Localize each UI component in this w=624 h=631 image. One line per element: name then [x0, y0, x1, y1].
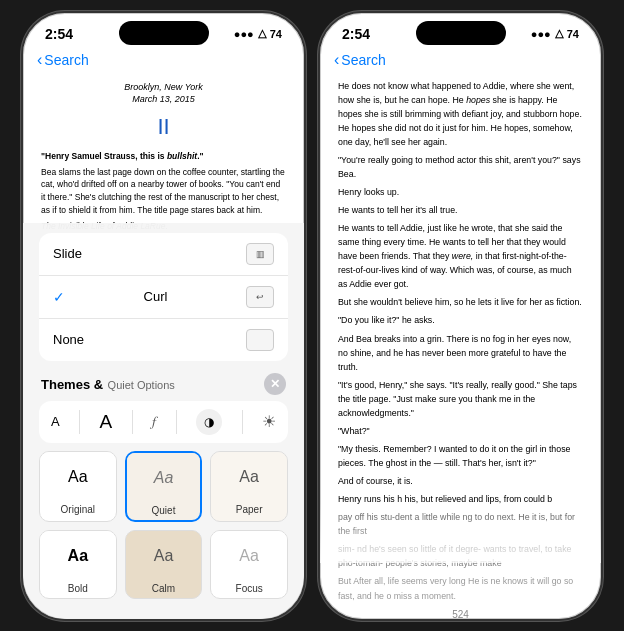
theme-label-quiet: Quiet — [127, 503, 201, 520]
bottom-panel-left: Slide ▥ ✓ Curl ↩ None — [23, 223, 304, 619]
font-separator-1 — [79, 410, 80, 434]
back-button-left[interactable]: ‹ Search — [37, 51, 89, 69]
transition-curl[interactable]: ✓ Curl ↩ — [39, 276, 288, 319]
transition-options: Slide ▥ ✓ Curl ↩ None — [39, 233, 288, 361]
theme-card-quiet[interactable]: Aa Quiet — [125, 451, 203, 522]
theme-label-original: Original — [40, 502, 116, 519]
font-separator-2 — [132, 410, 133, 434]
book-content-right: He does not know what happened to Addie,… — [320, 73, 601, 603]
none-icon — [246, 329, 274, 351]
back-arrow-left: ‹ — [37, 51, 42, 69]
status-icons-left: ●●● △ 74 — [234, 27, 282, 40]
theme-label-focus: Focus — [211, 581, 287, 598]
theme-card-original[interactable]: Aa Original — [39, 451, 117, 522]
theme-card-bold[interactable]: Aa Bold — [39, 530, 117, 599]
font-separator-4 — [242, 410, 243, 434]
theme-card-calm[interactable]: Aa Calm — [125, 530, 203, 599]
time-left: 2:54 — [45, 26, 73, 42]
theme-preview-calm: Aa — [126, 531, 202, 581]
curl-icon: ↩ — [246, 286, 274, 308]
back-button-right[interactable]: ‹ Search — [334, 51, 386, 69]
themes-grid: Aa Original Aa Quiet Aa Paper Aa Bold Aa — [39, 451, 288, 599]
font-size-small-label: A — [51, 414, 60, 429]
theme-label-calm: Calm — [126, 581, 202, 598]
font-controls: A A 𝑓 ◑ ☀ — [39, 401, 288, 443]
theme-preview-original: Aa — [40, 452, 116, 502]
status-icons-right: ●●● △ 74 — [531, 27, 579, 40]
battery-left: 74 — [270, 28, 282, 40]
time-right: 2:54 — [342, 26, 370, 42]
nav-bar-right: ‹ Search — [320, 49, 601, 73]
font-separator-3 — [176, 410, 177, 434]
brightness-icon: ☀ — [262, 412, 276, 431]
theme-preview-focus: Aa — [211, 531, 287, 581]
theme-preview-bold: Aa — [40, 531, 116, 581]
theme-card-focus[interactable]: Aa Focus — [210, 530, 288, 599]
nav-bar-left: ‹ Search — [23, 49, 304, 73]
theme-label-bold: Bold — [40, 581, 116, 598]
battery-right: 74 — [567, 28, 579, 40]
theme-label-paper: Paper — [211, 502, 287, 519]
themes-close-button[interactable]: ✕ — [264, 373, 286, 395]
phones-container: 2:54 ●●● △ 74 ‹ Search Brooklyn, New Yor… — [21, 11, 603, 621]
themes-label: Themes & Quiet Options — [41, 375, 175, 393]
wifi-icon-right: △ — [555, 27, 563, 40]
signal-icon-left: ●●● — [234, 28, 254, 40]
theme-toggle-icon[interactable]: ◑ — [196, 409, 222, 435]
font-size-large-label: A — [100, 411, 113, 433]
slide-icon: ▥ — [246, 243, 274, 265]
chapter-number: II — [41, 110, 286, 144]
theme-preview-quiet: Aa — [127, 453, 201, 503]
transition-none[interactable]: None — [39, 319, 288, 361]
page-number: 524 — [320, 603, 601, 621]
transition-slide[interactable]: Slide ▥ — [39, 233, 288, 276]
theme-card-paper[interactable]: Aa Paper — [210, 451, 288, 522]
check-icon: ✓ — [53, 289, 65, 305]
signal-icon-right: ●●● — [531, 28, 551, 40]
back-arrow-right: ‹ — [334, 51, 339, 69]
dynamic-island-right — [416, 21, 506, 45]
font-style-icon: 𝑓 — [152, 413, 156, 430]
book-location: Brooklyn, New York March 13, 2015 — [41, 81, 286, 106]
theme-preview-paper: Aa — [211, 452, 287, 502]
dynamic-island-left — [119, 21, 209, 45]
right-phone: 2:54 ●●● △ 74 ‹ Search He does not know … — [318, 11, 603, 621]
themes-header: Themes & Quiet Options ✕ — [39, 369, 288, 401]
wifi-icon-left: △ — [258, 27, 266, 40]
left-phone: 2:54 ●●● △ 74 ‹ Search Brooklyn, New Yor… — [21, 11, 306, 621]
